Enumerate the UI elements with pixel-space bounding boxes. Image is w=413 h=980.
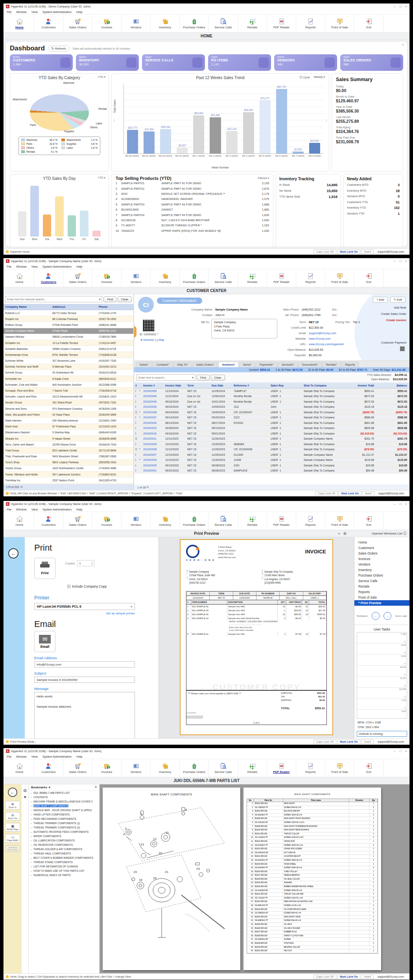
direction-map-links[interactable]: ⛯ Direction | ⚲ Map [140,338,164,342]
toolbar-item[interactable]: Inventory [151,269,180,287]
toolbar-item[interactable]: Inventory [151,759,180,777]
toolbar-item[interactable]: Home [5,269,34,287]
workstation-button[interactable]: ← [372,612,380,620]
tab[interactable]: Sales Orders* [192,362,218,367]
collapse-icon[interactable]: « [402,43,404,46]
calendar-row[interactable]: 7 AM 30 [357,632,407,643]
invoice-number-link[interactable]: 201000007 [142,453,164,456]
calendar-row[interactable]: 9:00 30 [357,655,407,666]
toolbar-item[interactable]: Invoices [92,15,122,32]
invoice-row[interactable]: I 201000007 12/10/2023 NET 15 12/25/2023… [134,452,409,458]
customer-row[interactable]: Schinner-White 307 Browning Lane (415)39… [4,358,133,364]
bookmark-item[interactable]: THREAD TRIMMER COMPONENTS (1) [29,821,100,825]
toolbar-item[interactable]: Point of Sale [325,512,354,530]
invoice-row[interactable]: I 201000046 11/21/2024 Due on 1st 12/06/… [134,394,409,399]
invoice-row[interactable]: I 201000045 09/16/2024 Due on 1st 10/01/… [134,399,409,405]
customer-row[interactable]: Roberts LLC 83772 Debs Terrace (770)440-… [4,310,133,316]
insert-indicator[interactable]: Insert [362,491,374,496]
calendar-row[interactable]: 12 PM 30 [357,688,407,699]
bookmark-item[interactable]: NEEDLE BAR , HOOK DRIVING SHAFT & UPRIG [29,808,100,812]
customer-row[interactable]: Schaefer-Bashirian 30584 Dryden Crossing… [4,346,133,352]
bookmark-item[interactable]: HAND LIFTER COMPONENTS [29,812,100,817]
filter-dropdown[interactable]: Filtered ▾ [258,177,269,180]
refresh-icon[interactable]: ↻ [146,486,149,489]
customer-row[interactable]: Rogahn Inc 88 Coleman Parkway (916)778-1… [4,316,133,322]
opened-window-item[interactable]: Inventory [354,567,409,573]
customer-row[interactable]: Stark-Hansen 030 Wanwing Avenue (212)691… [4,418,133,423]
menu-item[interactable]: Window [16,265,27,268]
toolbar-item[interactable]: Exit [354,269,384,287]
close-button[interactable]: × [405,749,407,753]
close-button[interactable]: × [405,259,407,263]
pdf-tool-button[interactable]: ⊖ Zoom Out [5,812,20,821]
caps-lock-indicator[interactable]: Caps Lock Off [313,974,336,979]
bookmark-item[interactable]: WIPER COMPONENTS [29,834,100,838]
toolbar-item[interactable]: Purchase Orders [180,269,209,287]
maximize-button[interactable]: □ [399,5,401,8]
customer-search-input[interactable]: Enter text for manual search...▾ [5,296,102,302]
customer-row[interactable]: Stark, McLaughlin and Fisher 02 Haas Pla… [4,412,133,418]
trend-bar-group[interactable]: $2,953 [291,84,305,153]
customer-row[interactable]: Schamberger-Koss 8791 Warbler Terrace (7… [4,352,133,358]
menu-item[interactable]: Help [76,10,82,14]
bill-to-box[interactable]: Sample Company3 Park PlazaIrvine, CA 926… [211,319,277,338]
calendar-row[interactable]: 10:00 30 [357,666,407,677]
day-bar-group[interactable] [80,184,88,237]
customer-row[interactable]: Tremblay Inc 2537 Nelson Point (941)305-… [4,477,133,483]
printer-select[interactable]: HP LaserJet P2055dn PCL 6▾ [34,603,135,610]
toolbar-item[interactable]: Rentals [238,512,267,530]
day-bar-group[interactable] [68,184,76,237]
customer-payment-link[interactable]: Customer Payment [381,341,406,344]
trend-bar-group[interactable]: $76,227 [258,84,272,153]
copies-stepper[interactable]: 1▴▾ [77,560,94,566]
invoice-number-link[interactable]: 201000009 [142,443,164,446]
customer-row[interactable]: Towne, Nikolaus and Hickle 997 Lakewood … [4,472,133,477]
customer-row[interactable]: Schaefer Inc 13 La Follette Terrace (714… [4,340,133,346]
menu-item[interactable]: System Administration [42,265,72,268]
toolbar-item[interactable]: Rentals [238,269,267,287]
pdf-tool-button[interactable]: ▣ Whole Page [5,823,20,832]
toolbar-item[interactable]: Sales Orders [63,269,92,287]
toolbar-item[interactable]: PDF Reader [267,512,296,530]
clear-button[interactable]: Clear [211,375,225,381]
invoice-row[interactable]: I 201000016 04/16/2024 NET 15 05/01/2024… [134,431,409,436]
close-preview-icon[interactable]: ⊗ [343,531,347,536]
trend-bar-group[interactable]: $51,896 [208,84,222,153]
invoice-number-link[interactable]: 201000037 [142,416,164,419]
calendar-row[interactable]: 8:00 30 [357,643,407,655]
opened-window-item[interactable]: Vendors [354,562,409,567]
trend-bar-group[interactable]: $54,902 [192,84,206,153]
trend-bar-group[interactable]: $35,164 [159,84,173,153]
invoice-number-link[interactable]: 201000046 [142,395,164,398]
bookmark-item[interactable]: MACHINE FRAME & MISCELLANEOUS COVER C [29,799,100,804]
trend-bar-group[interactable]: $59,505 [242,84,256,153]
product-row[interactable]: 4 A1206535000 HANDWHEEL WASHER 1,975 [116,196,269,202]
product-row[interactable]: 9 TC-800/TT SCISSOR THREAD CLIPPER * 1,2… [116,223,269,228]
product-row[interactable]: 3 5292 NEEDLE SET SCREW ORIGINAL F/PEGAS… [116,191,269,196]
bookmark-icon[interactable]: ⚑ [22,794,28,801]
customer-row[interactable]: Thiel Group 823 Lakeland Center (917)129… [4,447,133,453]
toolbar-item[interactable]: Customers [34,759,63,777]
customer-row[interactable]: Senger Group 331 Stang Road (407)631-718… [4,400,133,406]
toolbar-item[interactable]: Vendors [122,269,151,287]
day-bar-group[interactable] [92,184,101,237]
opened-window-item[interactable]: Point of Sale [354,595,409,600]
tab[interactable]: Rentals* [322,362,341,367]
toolbar-item[interactable]: Invoices [92,512,122,530]
toolbar-item[interactable]: PDF Reader [267,759,296,777]
bookmark-item[interactable]: OIL RESERVOIR COMPONENTS [29,843,100,847]
toolbar-item[interactable]: Customers [34,15,63,32]
product-row[interactable]: 5 SAMPLE-PART03 SAMPLE PART #3 FOR DEMO … [116,202,269,207]
invoice-number-link[interactable]: 201000045 [142,400,164,403]
product-row[interactable]: 6 B1140019000 GASKET 1,880 [116,207,269,212]
bookmark-item[interactable]: THREAD TRIMMER COMPONENTS (2) [29,825,100,830]
invoice-number-link[interactable]: 201000039 [142,405,164,408]
menu-item[interactable]: System Administration [42,755,72,758]
toolbar-item[interactable]: Purchase Orders [180,15,209,32]
trend-bar-group[interactable]: $15,061 [308,84,322,153]
menu-item[interactable]: Help [76,755,82,758]
trend-bar-group[interactable]: $31,894 [142,84,156,153]
invoice-number-link[interactable]: 201000001 [142,469,164,472]
day-bar-group[interactable] [18,184,26,237]
bookmarks-options-icon[interactable]: ▾ [49,786,50,789]
